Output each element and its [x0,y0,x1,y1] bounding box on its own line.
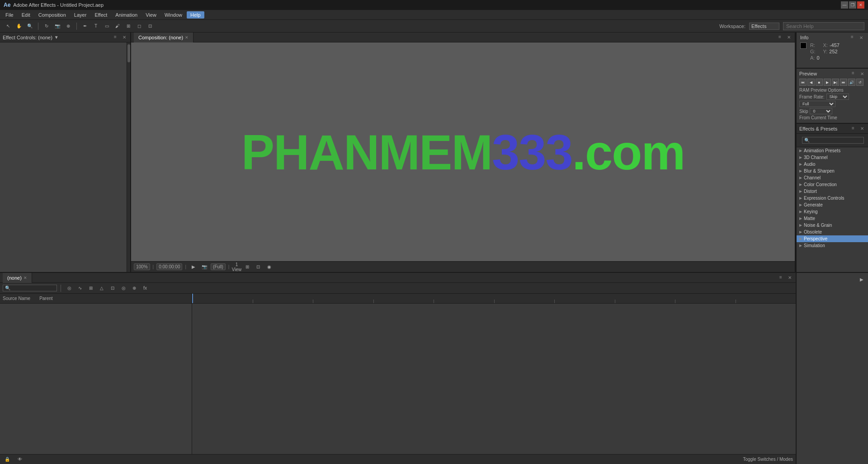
timeline-close-btn[interactable]: ✕ [787,275,793,281]
info-menu-btn[interactable]: ≡ [851,34,857,41]
effects-category-matte[interactable]: ▶Matte [797,215,868,222]
menu-layer[interactable]: Layer [71,11,90,19]
info-close-btn[interactable]: ✕ [858,34,864,41]
timeline-quality-btn[interactable]: △ [97,284,106,293]
effects-category-generate[interactable]: ▶Generate [797,202,868,208]
comp-view-btn[interactable]: 1 View [232,262,241,272]
timeline-3d-btn[interactable]: ⊡ [108,284,117,293]
tool-shape[interactable]: ▭ [102,22,111,31]
effects-category-color-correction[interactable]: ▶Color Correction [797,181,868,188]
minimize-button[interactable]: — [841,1,848,9]
effects-category-perspective[interactable]: ▶Perspective [797,235,868,242]
menu-view[interactable]: View [142,11,160,19]
composition-tab-close[interactable]: ✕ [185,35,189,40]
zoom-select[interactable]: 100% [134,263,150,270]
tool-zoom[interactable]: 🔍 [25,22,34,31]
preview-menu-btn[interactable]: ≡ [852,70,858,77]
effects-category-blur-sharpen[interactable]: ▶Blur & Sharpen [797,168,868,174]
tool-clone[interactable]: ⊞ [124,22,133,31]
preview-framerate-select[interactable]: Skip Auto [826,94,849,100]
timeline-bb-btn2[interactable]: 👁 [15,455,24,464]
timeline-solo-btn[interactable]: ◎ [65,284,74,293]
timeline-collapse-btn[interactable]: ⊞ [86,284,95,293]
timeline-blend-btn[interactable]: ⊕ [130,284,139,293]
effects-search-input[interactable] [802,137,864,144]
preview-prev-frame[interactable]: ◀ [807,79,815,86]
preview-stop[interactable]: ■ [816,79,823,86]
timeline-search-input[interactable] [11,286,57,291]
comp-camera-btn[interactable]: 📷 [200,262,209,272]
effects-category-3d-channel[interactable]: ▶3D Channel [797,154,868,161]
timeline-shy-btn[interactable]: ∿ [75,284,85,293]
timeline-bb-btn1[interactable]: 🔒 [3,455,12,464]
preview-first-frame[interactable]: ⏮ [799,79,807,86]
menu-effect[interactable]: Effect [91,11,111,19]
effect-controls-dropdown[interactable]: ▼ [54,35,59,40]
tool-pen[interactable]: ✒ [80,22,90,31]
preview-resolution-select[interactable]: Full Half Quarter [799,101,835,107]
effect-controls-close-btn[interactable]: ✕ [121,34,127,41]
tool-text[interactable]: T [91,22,100,31]
timeline-playhead[interactable] [192,294,193,303]
effects-category-obsolete[interactable]: ▶Obsolete [797,229,868,235]
menu-composition[interactable]: Composition [35,11,70,19]
tool-rotate[interactable]: ↻ [42,22,51,31]
preview-next-frame[interactable]: ▶| [832,79,839,86]
effects-category-audio[interactable]: ▶Audio [797,161,868,168]
menu-edit[interactable]: Edit [18,11,34,19]
render-quality[interactable]: (Full) [211,263,226,270]
comp-render-btn[interactable]: ▶ [189,262,198,272]
effects-category-distort[interactable]: ▶Distort [797,188,868,195]
search-help-input[interactable] [783,22,864,30]
preview-skip-row: Skip 0 1 2 [799,108,865,114]
effects-category-animation-presets[interactable]: ▶Animation Presets [797,147,868,154]
effects-category-keying[interactable]: ▶Keying [797,208,868,215]
menu-window[interactable]: Window [161,11,186,19]
composition-tab[interactable]: Composition: (none) ✕ [134,33,193,42]
maximize-button[interactable]: ❐ [849,1,856,9]
effects-category-simulation[interactable]: ▶Simulation [797,242,868,249]
tool-pan[interactable]: ⊕ [64,22,73,31]
timeline-menu-btn[interactable]: ≡ [779,275,786,281]
title-bar-controls[interactable]: — ❐ ✕ [841,1,864,9]
effects-category-expression-controls[interactable]: ▶Expression Controls [797,195,868,202]
close-button[interactable]: ✕ [857,1,864,9]
preview-play[interactable]: ▶ [824,79,831,86]
effects-category-noise-grain[interactable]: ▶Noise & Grain [797,222,868,229]
effects-category-channel[interactable]: ▶Channel [797,174,868,181]
preview-loop[interactable]: ↺ [856,79,863,86]
info-panel-header: Info ≡ ✕ [800,34,864,41]
preview-close-btn[interactable]: ✕ [859,70,865,77]
tool-hand[interactable]: ✋ [14,22,24,31]
menu-file[interactable]: File [2,11,17,19]
composition-close-btn[interactable]: ✕ [786,34,792,41]
render-panel-expand-btn[interactable]: ▶ [857,275,866,284]
workspace-dropdown[interactable]: Effects Standard Minimal [749,23,779,30]
timeline-ruler [192,294,796,304]
ruler-mark [554,300,615,303]
timeline-motion-blur-btn[interactable]: ◎ [119,284,128,293]
tool-puppet[interactable]: ⊡ [146,22,155,31]
menu-animation[interactable]: Animation [112,11,141,19]
preview-audio[interactable]: 🔊 [848,79,855,86]
tool-brush[interactable]: 🖌 [113,22,122,31]
comp-mask-btn[interactable]: ◉ [264,262,274,272]
comp-grid-btn[interactable]: ⊞ [243,262,252,272]
composition-menu-btn[interactable]: ≡ [778,34,785,41]
menu-help[interactable]: Help [187,11,204,19]
preview-last-frame[interactable]: ⏭ [840,79,847,86]
timecode-display[interactable]: 0:00:00:00 [156,263,182,270]
tool-select[interactable]: ↖ [4,22,13,31]
preview-skip-select[interactable]: 0 1 2 [810,108,832,114]
timeline-tab[interactable]: (none) ✕ [3,273,32,283]
tool-eraser[interactable]: ◻ [135,22,144,31]
comp-safe-btn[interactable]: ⊡ [254,262,263,272]
timeline-tab-close[interactable]: ✕ [24,276,27,280]
effect-controls-menu-btn[interactable]: ≡ [114,34,120,41]
tool-camera[interactable]: 📷 [53,22,62,31]
effect-controls-scrollbar[interactable] [127,42,130,272]
effects-presets-close-btn[interactable]: ✕ [859,126,865,132]
timeline-effects-btn[interactable]: fx [141,284,150,293]
effects-presets-menu-btn[interactable]: ≡ [852,126,858,132]
effect-controls-panel: Effect Controls: (none) ▼ ≡ ✕ [0,33,131,272]
